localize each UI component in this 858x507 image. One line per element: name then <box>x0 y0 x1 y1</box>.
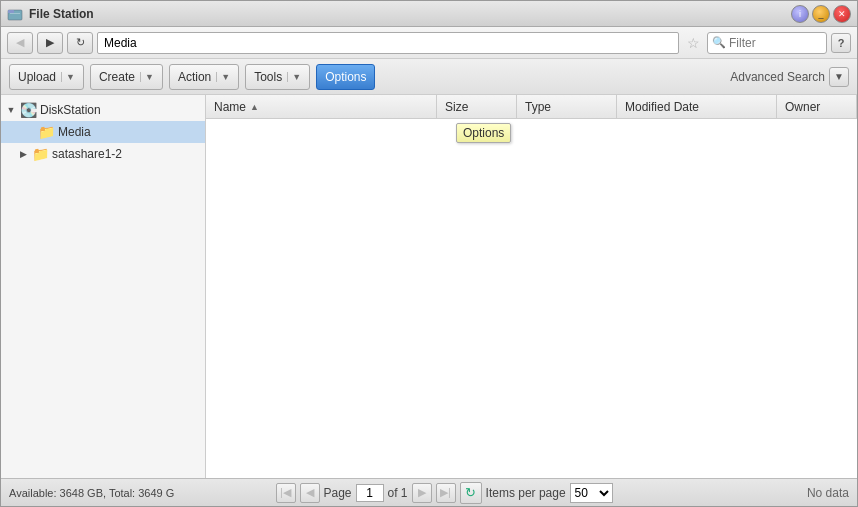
prev-page-icon: ◀ <box>306 486 314 499</box>
options-label: Options <box>325 70 366 84</box>
page-label: Page <box>324 486 352 500</box>
upload-dropdown-arrow: ▼ <box>61 72 75 82</box>
info-button[interactable]: i <box>791 5 809 23</box>
status-bar: Available: 3648 GB, Total: 3649 G |◀ ◀ P… <box>1 478 857 506</box>
file-station-window: File Station i _ ✕ ◀ ▶ ↻ ☆ 🔍 ? U <box>0 0 858 507</box>
last-page-icon: ▶| <box>440 486 451 499</box>
prev-page-button[interactable]: ◀ <box>300 483 320 503</box>
create-label: Create <box>99 70 135 84</box>
help-button[interactable]: ? <box>831 33 851 53</box>
items-per-page-select[interactable]: 50 100 200 <box>570 483 613 503</box>
refresh-list-button[interactable]: ↻ <box>460 482 482 504</box>
create-button[interactable]: Create ▼ <box>90 64 163 90</box>
action-label: Action <box>178 70 211 84</box>
advanced-search-toggle[interactable]: ▼ <box>829 67 849 87</box>
filter-icon: 🔍 <box>712 36 726 49</box>
create-dropdown-arrow: ▼ <box>140 72 154 82</box>
diskstation-icon: 💽 <box>20 102 37 118</box>
column-header-type[interactable]: Type <box>517 95 617 118</box>
column-header-size[interactable]: Size <box>437 95 517 118</box>
tree-expand-diskstation: ▼ <box>5 104 17 116</box>
next-page-icon: ▶ <box>418 486 426 499</box>
refresh-list-icon: ↻ <box>465 485 476 500</box>
back-icon: ◀ <box>16 36 24 49</box>
action-dropdown-arrow: ▼ <box>216 72 230 82</box>
media-label: Media <box>58 125 91 139</box>
chevron-down-icon: ▼ <box>834 71 844 82</box>
advanced-search-label: Advanced Search <box>730 70 825 84</box>
column-header-name[interactable]: Name ▲ <box>206 95 437 118</box>
file-area: Name ▲ Size Type Modified Date Owner <box>206 95 857 478</box>
column-header-owner[interactable]: Owner <box>777 95 857 118</box>
last-page-button[interactable]: ▶| <box>436 483 456 503</box>
page-input[interactable] <box>356 484 384 502</box>
upload-label: Upload <box>18 70 56 84</box>
close-button[interactable]: ✕ <box>833 5 851 23</box>
first-page-icon: |◀ <box>280 486 291 499</box>
file-table-header: Name ▲ Size Type Modified Date Owner <box>206 95 857 119</box>
address-input[interactable] <box>97 32 679 54</box>
of-label: of 1 <box>388 486 408 500</box>
tree-expand-media <box>23 126 35 138</box>
minimize-button[interactable]: _ <box>812 5 830 23</box>
advanced-search-container[interactable]: Advanced Search ▼ <box>730 67 849 87</box>
upload-button[interactable]: Upload ▼ <box>9 64 84 90</box>
sort-asc-icon: ▲ <box>250 102 259 112</box>
title-bar: File Station i _ ✕ <box>1 1 857 27</box>
window-controls: i _ ✕ <box>791 5 851 23</box>
main-area: ▼ 💽 DiskStation 📁 Media ▶ 📁 satashare1-2 <box>1 95 857 478</box>
filter-container: 🔍 <box>707 32 827 54</box>
items-per-page-label: Items per page <box>486 486 566 500</box>
storage-status: Available: 3648 GB, Total: 3649 G <box>9 487 174 499</box>
no-data-label: No data <box>807 486 849 500</box>
svg-rect-1 <box>8 10 14 13</box>
options-tooltip: Options <box>456 123 511 143</box>
file-list <box>206 119 857 478</box>
tools-dropdown-arrow: ▼ <box>287 72 301 82</box>
column-header-modified[interactable]: Modified Date <box>617 95 777 118</box>
window-title: File Station <box>29 7 785 21</box>
refresh-nav-button[interactable]: ↻ <box>67 32 93 54</box>
satashare-folder-icon: 📁 <box>32 146 49 162</box>
tools-label: Tools <box>254 70 282 84</box>
diskstation-label: DiskStation <box>40 103 101 117</box>
bookmark-button[interactable]: ☆ <box>683 33 703 53</box>
next-page-button[interactable]: ▶ <box>412 483 432 503</box>
sidebar-item-media[interactable]: 📁 Media <box>1 121 205 143</box>
tools-button[interactable]: Tools ▼ <box>245 64 310 90</box>
refresh-icon: ↻ <box>76 36 85 49</box>
filter-input[interactable] <box>729 36 809 50</box>
nav-bar: ◀ ▶ ↻ ☆ 🔍 ? <box>1 27 857 59</box>
help-icon: ? <box>838 37 845 49</box>
forward-icon: ▶ <box>46 36 54 49</box>
pagination: |◀ ◀ Page of 1 ▶ ▶| ↻ Items per page 50 … <box>276 482 613 504</box>
tree-expand-satashare: ▶ <box>17 148 29 160</box>
media-folder-icon: 📁 <box>38 124 55 140</box>
action-button[interactable]: Action ▼ <box>169 64 239 90</box>
star-icon: ☆ <box>687 35 700 51</box>
options-button[interactable]: Options <box>316 64 375 90</box>
sidebar: ▼ 💽 DiskStation 📁 Media ▶ 📁 satashare1-2 <box>1 95 206 478</box>
forward-button[interactable]: ▶ <box>37 32 63 54</box>
sidebar-item-diskstation[interactable]: ▼ 💽 DiskStation <box>1 99 205 121</box>
back-button[interactable]: ◀ <box>7 32 33 54</box>
sidebar-item-satashare[interactable]: ▶ 📁 satashare1-2 <box>1 143 205 165</box>
svg-rect-2 <box>10 13 20 14</box>
first-page-button[interactable]: |◀ <box>276 483 296 503</box>
toolbar: Upload ▼ Create ▼ Action ▼ Tools ▼ Optio… <box>1 59 857 95</box>
satashare-label: satashare1-2 <box>52 147 122 161</box>
app-icon <box>7 6 23 22</box>
